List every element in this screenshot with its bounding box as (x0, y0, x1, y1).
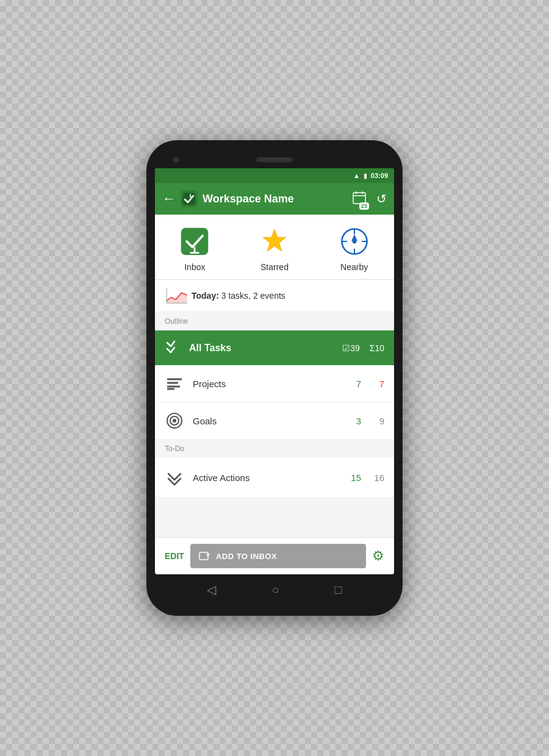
quick-access-section: Inbox Starred (155, 215, 394, 280)
star-icon (257, 224, 292, 259)
chart-icon (165, 287, 184, 304)
all-tasks-icon (165, 338, 182, 358)
goals-icon (165, 411, 184, 430)
nav-home-icon[interactable]: ○ (271, 583, 279, 597)
goals-label: Goals (193, 416, 338, 426)
starred-item[interactable]: Starred (257, 224, 292, 272)
all-tasks-counts: ☑39 Σ10 (342, 343, 384, 353)
goals-row[interactable]: Goals 3 9 (155, 402, 394, 440)
nearby-label: Nearby (340, 262, 368, 272)
nearby-item[interactable]: Nearby (337, 224, 371, 272)
today-text: Today: 3 tasks, 2 events (192, 291, 285, 301)
sync-icon[interactable]: ↺ (376, 191, 387, 206)
all-tasks-row[interactable]: All Tasks ☑39 Σ10 (155, 330, 394, 365)
inbox-icon (178, 224, 212, 259)
projects-count-green: 7 (346, 379, 361, 389)
todo-section-label: To-Do (155, 440, 394, 458)
nav-recents-icon[interactable]: □ (334, 583, 342, 597)
status-bar: ▲ ▮ 03:09 (155, 168, 394, 183)
status-time: 03:09 (371, 172, 388, 179)
nav-back-icon[interactable]: ◁ (207, 582, 216, 597)
today-row[interactable]: Today: 3 tasks, 2 events (155, 280, 394, 312)
workspace-icon (181, 190, 198, 207)
settings-icon[interactable]: ⚙ (372, 548, 384, 564)
add-inbox-label: ADD TO INBOX (216, 552, 277, 561)
battery-icon: ▮ (364, 172, 367, 180)
app-bar: ← Workspace Name 23 (155, 183, 394, 215)
active-actions-icon (165, 468, 184, 487)
all-tasks-sigma-count: Σ10 (370, 343, 384, 353)
active-actions-count-gray: 16 (370, 472, 384, 483)
calendar-badge: 23 (359, 202, 369, 210)
edit-button[interactable]: EDIT (165, 551, 184, 561)
goals-count-green: 3 (346, 416, 361, 426)
active-actions-label: Active Actions (193, 472, 338, 483)
starred-label: Starred (260, 262, 289, 272)
projects-count-red: 7 (370, 379, 384, 389)
svg-marker-8 (263, 229, 286, 251)
active-actions-count-green: 15 (346, 472, 361, 483)
goals-count-gray: 9 (370, 416, 384, 426)
calendar-icon[interactable]: 23 (352, 190, 367, 207)
svg-rect-26 (199, 552, 208, 560)
inbox-label: Inbox (184, 262, 205, 272)
signal-icon: ▲ (353, 172, 360, 179)
projects-icon (165, 374, 184, 393)
inbox-item[interactable]: Inbox (178, 224, 212, 272)
projects-label: Projects (193, 379, 338, 389)
svg-point-25 (173, 419, 176, 423)
phone-screen: ▲ ▮ 03:09 ← Workspace Name (155, 168, 394, 574)
add-to-inbox-button[interactable]: ADD TO INBOX (190, 544, 366, 568)
outline-section-label: Outline (155, 312, 394, 330)
app-bottom-bar: EDIT ADD TO INBOX ⚙ (155, 537, 394, 574)
phone-nav-bar: ◁ ○ □ (155, 574, 394, 605)
projects-row[interactable]: Projects 7 7 (155, 365, 394, 402)
nearby-icon (337, 224, 371, 259)
active-actions-row[interactable]: Active Actions 15 16 (155, 458, 394, 497)
back-button[interactable]: ← (162, 191, 176, 207)
all-tasks-checkbox-count: ☑39 (342, 343, 360, 353)
all-tasks-label: All Tasks (189, 343, 335, 354)
app-title: Workspace Name (203, 193, 342, 205)
